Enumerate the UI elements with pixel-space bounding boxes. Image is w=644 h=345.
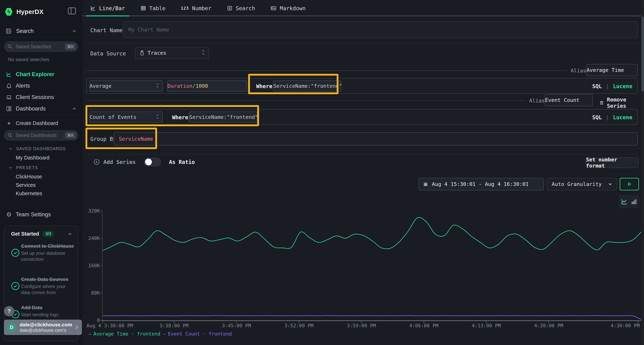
- progress-badge: 3/3: [42, 231, 54, 237]
- sidebar-item-label: Client Sessions: [16, 94, 54, 100]
- sidebar-item-chart-explorer[interactable]: Chart Explorer: [0, 69, 82, 79]
- y-axis-tick-label: 320K: [82, 208, 100, 214]
- search-icon: [7, 44, 13, 49]
- tab-table[interactable]: Table: [140, 5, 166, 11]
- chevron-up-icon[interactable]: [72, 28, 77, 34]
- calendar-icon: [423, 181, 428, 187]
- run-query-button[interactable]: [620, 178, 639, 190]
- set-number-format-button[interactable]: Set number format: [586, 157, 639, 168]
- updown-chevrons-icon: [156, 82, 159, 90]
- saved-searches-placeholder: Saved Searches: [16, 44, 65, 49]
- x-axis-tick-label: 3:59:00 PM: [347, 323, 376, 328]
- collapse-sidebar-icon[interactable]: [68, 7, 76, 14]
- series1-aggregation-select[interactable]: Average: [89, 80, 163, 91]
- granularity-select[interactable]: Auto Granularity: [547, 178, 617, 190]
- sidebar-item-services[interactable]: Services: [16, 182, 36, 188]
- time-range-input[interactable]: Aug 4 15:30:01 - Aug 4 16:30:01: [418, 178, 544, 190]
- timeseries-chart[interactable]: [82, 189, 644, 345]
- line-chart-icon: [90, 5, 96, 11]
- sidebar-item-team-settings[interactable]: ⚙ Team Settings: [0, 210, 82, 220]
- legend-item[interactable]: —Average Time · frontend: [88, 331, 160, 337]
- series1-where-input[interactable]: ServiceName:"frontend": [273, 80, 341, 91]
- x-axis-tick-label: 4:13:00 PM: [472, 323, 501, 328]
- presets-group[interactable]: PRESETS: [8, 165, 38, 170]
- tab-number[interactable]: 123 Number: [181, 5, 212, 11]
- sql-option[interactable]: SQL: [592, 114, 602, 120]
- series2-where-input[interactable]: ServiceName:"frontend": [189, 111, 257, 123]
- chevron-up-icon[interactable]: [72, 106, 77, 111]
- user-menu[interactable]: D dale@clickhouse.com dale@clickhouse.co…: [4, 320, 82, 335]
- chart-name-input[interactable]: My Chart Name: [124, 21, 638, 38]
- logo-text: HyperDX: [16, 8, 44, 15]
- journal-icon: [5, 28, 12, 34]
- query-language-switch: SQL | Lucene: [592, 109, 632, 125]
- alias-label: Alias: [529, 98, 545, 104]
- series2-where-label: Where: [172, 109, 188, 125]
- avatar: D: [7, 323, 16, 332]
- search-section-label: Search: [16, 28, 34, 34]
- sidebar-item-my-dashboard[interactable]: My Dashboard: [16, 155, 50, 161]
- tab-line-bar[interactable]: Line/Bar: [90, 5, 125, 11]
- get-started-step[interactable]: Connect to ClickHouse Set up your databa…: [10, 243, 74, 262]
- saved-dashboards-group[interactable]: SAVED DASHBOARDS: [8, 146, 66, 151]
- series1-alias-input[interactable]: Average Time: [586, 64, 638, 76]
- query-language-switch: SQL | Lucene: [592, 78, 632, 94]
- sidebar-item-client-sessions[interactable]: Client Sessions: [0, 92, 82, 102]
- user-email: dale@clickhouse.com: [20, 322, 72, 328]
- scrollbar-thumb[interactable]: [642, 16, 644, 91]
- get-started-title: Get Started: [11, 231, 39, 237]
- as-ratio-label: As Ratio: [169, 159, 195, 165]
- help-button[interactable]: ?: [4, 306, 14, 317]
- step-desc: Set up your database connection: [21, 250, 74, 262]
- sql-option[interactable]: SQL: [592, 83, 602, 89]
- series1-field-input[interactable]: Duration/1000: [167, 80, 247, 91]
- divider: [86, 70, 567, 71]
- chevron-up-icon[interactable]: [67, 231, 73, 237]
- divider: [0, 37, 82, 37]
- sidebar-item-dashboards[interactable]: Dashboards: [0, 104, 82, 114]
- series2-alias-input[interactable]: Event Count: [545, 94, 593, 106]
- remove-series-button[interactable]: Remove Series: [599, 96, 644, 109]
- view-tabbar: Line/Bar Table 123 Number Search Markdow…: [82, 0, 644, 16]
- get-started-step[interactable]: Create Data Sources Configure where your…: [10, 276, 74, 296]
- search-section-header[interactable]: Search: [0, 26, 82, 36]
- step-title: Create Data Sources: [21, 276, 74, 283]
- saved-searches-input[interactable]: Saved Searches ⌘K: [4, 41, 78, 52]
- user-subtitle: dale@clickhouse.com's: [20, 328, 72, 333]
- chevron-down-icon: [8, 165, 13, 170]
- add-series-button[interactable]: Add Series As Ratio: [94, 158, 195, 166]
- create-dashboard-button[interactable]: + Create Dashboard: [0, 119, 82, 128]
- y-axis-tick-label: 0: [82, 318, 100, 323]
- shortcut-badge: ⌘K: [65, 132, 76, 139]
- main-content: Line/Bar Table 123 Number Search Markdow…: [82, 0, 644, 345]
- data-source-select[interactable]: Traces: [135, 47, 209, 59]
- chevron-right-icon: [74, 325, 80, 330]
- tab-search[interactable]: Search: [227, 5, 255, 11]
- tab-markdown[interactable]: Markdown: [270, 5, 306, 11]
- group-label: PRESETS: [16, 165, 38, 170]
- as-ratio-toggle[interactable]: [144, 158, 161, 166]
- sidebar-item-clickhouse[interactable]: ClickHouse: [16, 174, 42, 180]
- tabbar-underline: [82, 15, 644, 16]
- step-title: Connect to ClickHouse: [21, 243, 74, 249]
- x-axis-tick-label: 4:30:00 PM: [610, 323, 640, 328]
- legend-item[interactable]: —Event Count · frontend: [163, 331, 232, 337]
- chart-name-label: Chart Name: [90, 27, 123, 33]
- lucene-option[interactable]: Lucene: [613, 114, 632, 120]
- group-by-input[interactable]: ServiceName: [114, 132, 638, 145]
- chevron-down-icon: [8, 146, 13, 151]
- updown-chevrons-icon: [156, 113, 159, 121]
- x-axis-tick-label: 3:38:00 PM: [160, 323, 189, 328]
- series2-aggregation-select[interactable]: Count of Events: [89, 111, 163, 123]
- lucene-option[interactable]: Lucene: [613, 83, 632, 89]
- alias-label: Alias: [571, 67, 586, 74]
- group-by-label: Group By: [90, 136, 116, 142]
- chart-legend: —Average Time · frontend—Event Count · f…: [88, 331, 232, 337]
- x-axis-tick-label: 3:52:00 PM: [284, 323, 314, 328]
- sidebar-item-kubernetes[interactable]: Kubernetes: [16, 191, 42, 196]
- sidebar-item-alerts[interactable]: Alerts: [0, 81, 82, 91]
- number-123-icon: 123: [181, 6, 189, 10]
- group-label: SAVED DASHBOARDS: [16, 146, 66, 151]
- saved-dashboards-input[interactable]: Saved Dashboards ⌘K: [4, 130, 78, 140]
- scrollbar[interactable]: [641, 0, 644, 345]
